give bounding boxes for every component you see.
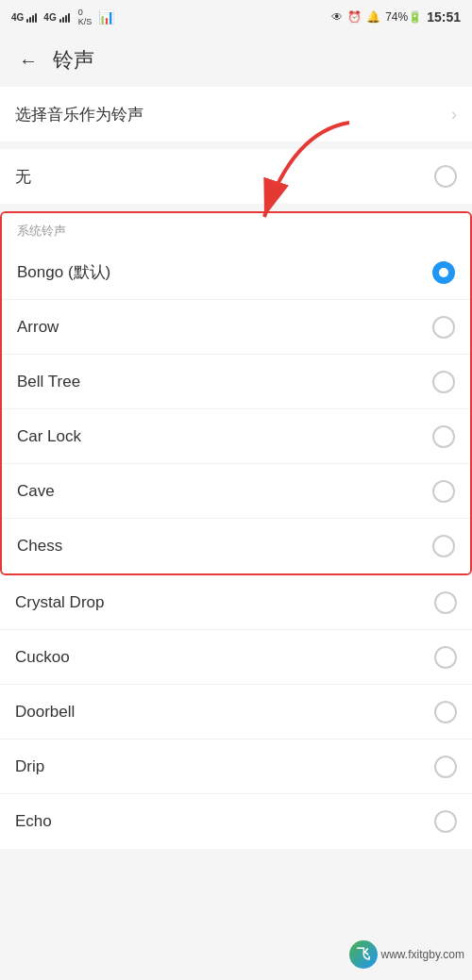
ringtone-item-doorbell[interactable]: Doorbell <box>0 685 472 739</box>
ringtone-name-doorbell: Doorbell <box>15 703 75 722</box>
ringtone-item-echo[interactable]: Echo <box>0 794 472 849</box>
page-header: ← 铃声 <box>0 34 472 87</box>
status-bar: 4G 4G 0K/S 📊 👁 ⏰ 🔔 74%🔋 15:51 <box>0 0 472 34</box>
none-label: 无 <box>15 166 31 188</box>
watermark-text: www.fxitgby.com <box>381 948 464 961</box>
ringtone-item-bell-tree[interactable]: Bell Tree <box>2 355 470 409</box>
watermark-logo: 飞 <box>349 940 378 969</box>
radio-chess[interactable] <box>432 535 455 557</box>
ringtone-name-cave: Cave <box>17 482 55 501</box>
ringtone-item-drip[interactable]: Drip <box>0 739 472 794</box>
ringtone-item-cave[interactable]: Cave <box>2 464 470 519</box>
ringtone-item-crystal-drop[interactable]: Crystal Drop <box>0 575 472 630</box>
back-button[interactable]: ← <box>15 46 42 75</box>
radio-car-lock[interactable] <box>432 425 455 448</box>
ringtone-name-arrow: Arrow <box>17 318 59 337</box>
none-item[interactable]: 无 <box>0 149 472 204</box>
ringtone-name-crystal-drop: Crystal Drop <box>15 593 104 612</box>
ringtone-item-cuckoo[interactable]: Cuckoo <box>0 630 472 685</box>
choose-music-label: 选择音乐作为铃声 <box>15 104 143 125</box>
chevron-right-icon: › <box>451 105 457 125</box>
ringtone-name-bell-tree: Bell Tree <box>17 373 80 391</box>
radio-arrow[interactable] <box>432 316 455 339</box>
signal-4g-1: 4G <box>11 12 24 23</box>
radio-drip[interactable] <box>434 756 457 778</box>
ringtone-name-drip: Drip <box>15 757 44 776</box>
clock-icon: ⏰ <box>347 10 362 24</box>
ringtone-name-bongo: Bongo (默认) <box>17 261 110 283</box>
ringtone-name-car-lock: Car Lock <box>17 427 81 446</box>
eye-icon: 👁 <box>331 10 343 24</box>
radio-doorbell[interactable] <box>434 701 457 723</box>
ringtone-item-arrow[interactable]: Arrow <box>2 300 470 355</box>
ringtone-item-car-lock[interactable]: Car Lock <box>2 409 470 464</box>
none-section: 无 <box>0 149 472 204</box>
none-radio[interactable] <box>434 165 457 188</box>
signal-4g-2: 4G <box>43 12 56 23</box>
radio-cave[interactable] <box>432 480 455 503</box>
signal-bars-1 <box>26 11 37 23</box>
ringtone-item-bongo[interactable]: Bongo (默认) <box>2 245 470 300</box>
data-speed: 0K/S <box>78 8 93 26</box>
activity-icon: 📊 <box>98 9 114 25</box>
ringtone-name-cuckoo: Cuckoo <box>15 648 70 667</box>
radio-bell-tree[interactable] <box>432 371 455 393</box>
battery: 74%🔋 <box>385 10 422 24</box>
ringtone-name-chess: Chess <box>17 537 62 556</box>
alarm-icon: 🔔 <box>366 10 380 24</box>
status-right: 👁 ⏰ 🔔 74%🔋 15:51 <box>331 9 461 25</box>
page-title: 铃声 <box>53 46 94 75</box>
section-title: 系统铃声 <box>2 213 470 245</box>
radio-echo[interactable] <box>434 810 457 833</box>
time: 15:51 <box>427 9 461 25</box>
system-ringtones-section: 系统铃声 Bongo (默认) Arrow Bell Tree Car Lock… <box>0 211 472 575</box>
choose-music-section: 选择音乐作为铃声 › <box>0 87 472 141</box>
choose-music-item[interactable]: 选择音乐作为铃声 › <box>0 87 472 141</box>
signal-bars-2 <box>59 11 70 23</box>
ringtone-name-echo: Echo <box>15 812 52 831</box>
radio-bongo[interactable] <box>432 261 455 284</box>
radio-crystal-drop[interactable] <box>434 591 457 614</box>
radio-cuckoo[interactable] <box>434 646 457 669</box>
watermark: 飞 www.fxitgby.com <box>349 940 464 969</box>
ringtone-item-chess[interactable]: Chess <box>2 519 470 573</box>
more-ringtones-section: Crystal Drop Cuckoo Doorbell Drip Echo <box>0 575 472 849</box>
status-left: 4G 4G 0K/S 📊 <box>11 8 114 26</box>
